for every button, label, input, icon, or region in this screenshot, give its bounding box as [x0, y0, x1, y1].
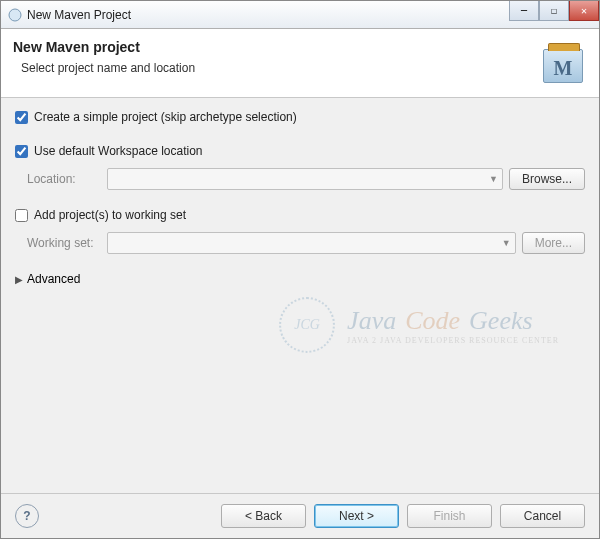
wizard-icon: [7, 7, 23, 23]
watermark: JCG Java Code Geeks JAVA 2 JAVA DEVELOPE…: [279, 297, 559, 353]
minimize-button[interactable]: ─: [509, 1, 539, 21]
maximize-button[interactable]: ☐: [539, 1, 569, 21]
advanced-label: Advanced: [27, 272, 80, 286]
help-icon: ?: [23, 509, 30, 523]
footer: ? < Back Next > Finish Cancel: [1, 493, 599, 538]
finish-button[interactable]: Finish: [407, 504, 492, 528]
more-button[interactable]: More...: [522, 232, 585, 254]
banner: New Maven project Select project name an…: [1, 29, 599, 98]
triangle-right-icon: ▶: [15, 274, 23, 285]
maven-icon: M: [539, 39, 587, 83]
browse-button[interactable]: Browse...: [509, 168, 585, 190]
chevron-down-icon: ▼: [489, 174, 498, 184]
window-title: New Maven Project: [27, 8, 131, 22]
close-button[interactable]: ✕: [569, 1, 599, 21]
page-subtitle: Select project name and location: [13, 61, 195, 75]
content-area: Create a simple project (skip archetype …: [1, 98, 599, 493]
use-default-workspace-checkbox[interactable]: [15, 145, 28, 158]
add-working-set-label[interactable]: Add project(s) to working set: [34, 208, 186, 222]
back-button[interactable]: < Back: [221, 504, 306, 528]
add-working-set-checkbox[interactable]: [15, 209, 28, 222]
location-label: Location:: [27, 172, 107, 186]
help-button[interactable]: ?: [15, 504, 39, 528]
use-default-workspace-label[interactable]: Use default Workspace location: [34, 144, 203, 158]
working-set-label: Working set:: [27, 236, 107, 250]
simple-project-checkbox[interactable]: [15, 111, 28, 124]
advanced-expander[interactable]: ▶ Advanced: [15, 272, 585, 286]
cancel-button[interactable]: Cancel: [500, 504, 585, 528]
page-title: New Maven project: [13, 39, 195, 55]
location-combo: ▼: [107, 168, 503, 190]
next-button[interactable]: Next >: [314, 504, 399, 528]
working-set-combo: ▼: [107, 232, 516, 254]
svg-point-0: [9, 9, 21, 21]
simple-project-label[interactable]: Create a simple project (skip archetype …: [34, 110, 297, 124]
titlebar[interactable]: New Maven Project ─ ☐ ✕: [1, 1, 599, 29]
chevron-down-icon: ▼: [502, 238, 511, 248]
